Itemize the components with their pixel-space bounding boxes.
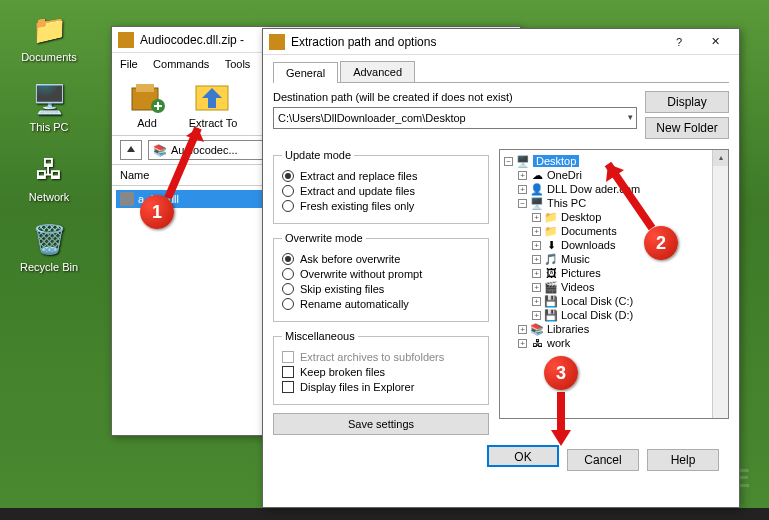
annotation-arrow-1 — [158, 118, 208, 204]
radio-ask[interactable]: Ask before overwrite — [282, 253, 480, 265]
disk-icon: 💾 — [544, 295, 558, 307]
check-explorer[interactable]: Display files in Explorer — [282, 381, 480, 393]
annotation-arrow-2 — [596, 152, 660, 236]
annotation-1: 1 — [140, 195, 174, 229]
tree-network[interactable]: +🖧work — [504, 336, 724, 350]
expand-icon[interactable]: + — [532, 297, 541, 306]
pc-icon: 🖥️ — [530, 197, 544, 209]
update-mode-group: Update mode Extract and replace files Ex… — [273, 149, 489, 224]
tree-locald[interactable]: +💾Local Disk (D:) — [504, 308, 724, 322]
tree-scrollbar[interactable]: ▴ — [712, 150, 728, 418]
desktop-icon-thispc[interactable]: 🖥️ This PC — [14, 80, 84, 133]
pc-icon: 🖥️ — [30, 80, 68, 118]
expand-icon[interactable]: + — [518, 339, 527, 348]
cloud-icon: ☁ — [530, 169, 544, 181]
annotation-2: 2 — [644, 226, 678, 260]
dialog-buttons: OK Cancel Help — [273, 435, 729, 471]
menu-tools[interactable]: Tools — [225, 58, 251, 70]
close-button[interactable]: ✕ — [697, 31, 733, 53]
annotation-3: 3 — [544, 356, 578, 390]
checkbox-icon — [282, 366, 294, 378]
check-broken[interactable]: Keep broken files — [282, 366, 480, 378]
radio-icon — [282, 185, 294, 197]
help-button[interactable]: Help — [647, 449, 719, 471]
check-subfolders[interactable]: Extract archives to subfolders — [282, 351, 480, 363]
user-icon: 👤 — [530, 183, 544, 195]
expand-icon[interactable]: + — [532, 283, 541, 292]
radio-replace[interactable]: Extract and replace files — [282, 170, 480, 182]
folder-icon: 📁 — [30, 10, 68, 48]
radio-overwrite[interactable]: Overwrite without prompt — [282, 268, 480, 280]
dest-label: Destination path (will be created if doe… — [273, 91, 637, 103]
checkbox-icon — [282, 381, 294, 393]
recycle-icon: 🗑️ — [30, 220, 68, 258]
radio-rename[interactable]: Rename automatically — [282, 298, 480, 310]
svg-rect-4 — [208, 98, 216, 108]
collapse-icon[interactable]: − — [504, 157, 513, 166]
radio-fresh[interactable]: Fresh existing files only — [282, 200, 480, 212]
dialog-titlebar[interactable]: Extraction path and options ? ✕ — [263, 29, 739, 55]
expand-icon[interactable]: + — [532, 311, 541, 320]
tree-libraries[interactable]: +📚Libraries — [504, 322, 724, 336]
dropdown-caret-icon[interactable]: ▾ — [628, 112, 633, 122]
misc-group: Miscellaneous Extract archives to subfol… — [273, 330, 489, 405]
tree-downloads[interactable]: +⬇Downloads — [504, 238, 724, 252]
winrar-icon — [269, 34, 285, 50]
svg-rect-1 — [136, 84, 154, 92]
extraction-dialog: Extraction path and options ? ✕ General … — [262, 28, 740, 508]
expand-icon[interactable]: + — [532, 255, 541, 264]
expand-icon[interactable]: + — [532, 213, 541, 222]
scroll-up-icon[interactable]: ▴ — [713, 150, 728, 166]
desktop-icon-documents[interactable]: 📁 Documents — [14, 10, 84, 63]
tree-videos[interactable]: +🎬Videos — [504, 280, 724, 294]
tree-localc[interactable]: +💾Local Disk (C:) — [504, 294, 724, 308]
video-icon: 🎬 — [544, 281, 558, 293]
tab-general[interactable]: General — [273, 62, 338, 83]
tab-advanced[interactable]: Advanced — [340, 61, 415, 82]
help-button[interactable]: ? — [661, 31, 697, 53]
folder-icon: 📁 — [544, 225, 558, 237]
download-icon: ⬇ — [544, 239, 558, 251]
pictures-icon: 🖼 — [544, 267, 558, 279]
expand-icon[interactable]: + — [532, 227, 541, 236]
add-icon — [127, 79, 167, 115]
display-button[interactable]: Display — [645, 91, 729, 113]
folder-icon: 📁 — [544, 211, 558, 223]
expand-icon[interactable]: + — [532, 241, 541, 250]
up-dir-button[interactable] — [120, 140, 142, 160]
collapse-icon[interactable]: − — [518, 199, 527, 208]
desktop-label: This PC — [14, 121, 84, 133]
update-legend: Update mode — [282, 149, 354, 161]
destination-input[interactable] — [273, 107, 637, 129]
menu-file[interactable]: File — [120, 58, 138, 70]
desktop-label: Network — [14, 191, 84, 203]
misc-legend: Miscellaneous — [282, 330, 358, 342]
radio-icon — [282, 298, 294, 310]
checkbox-icon — [282, 351, 294, 363]
desktop-icon-recyclebin[interactable]: 🗑️ Recycle Bin — [14, 220, 84, 273]
radio-icon — [282, 253, 294, 265]
network-icon: 🖧 — [30, 150, 68, 188]
radio-update[interactable]: Extract and update files — [282, 185, 480, 197]
newfolder-button[interactable]: New Folder — [645, 117, 729, 139]
radio-icon — [282, 268, 294, 280]
tree-pictures[interactable]: +🖼Pictures — [504, 266, 724, 280]
tree-music[interactable]: +🎵Music — [504, 252, 724, 266]
desktop-label: Documents — [14, 51, 84, 63]
expand-icon[interactable]: + — [518, 325, 527, 334]
radio-icon — [282, 200, 294, 212]
expand-icon[interactable]: + — [532, 269, 541, 278]
menu-commands[interactable]: Commands — [153, 58, 209, 70]
dialog-title: Extraction path and options — [291, 35, 661, 49]
expand-icon[interactable]: + — [518, 171, 527, 180]
radio-icon — [282, 170, 294, 182]
extract-icon — [193, 79, 233, 115]
expand-icon[interactable]: + — [518, 185, 527, 194]
overwrite-legend: Overwrite mode — [282, 232, 366, 244]
desktop-icon-network[interactable]: 🖧 Network — [14, 150, 84, 203]
save-settings-button[interactable]: Save settings — [273, 413, 489, 435]
music-icon: 🎵 — [544, 253, 558, 265]
taskbar[interactable] — [0, 508, 769, 520]
dll-icon — [120, 192, 134, 206]
radio-skip[interactable]: Skip existing files — [282, 283, 480, 295]
